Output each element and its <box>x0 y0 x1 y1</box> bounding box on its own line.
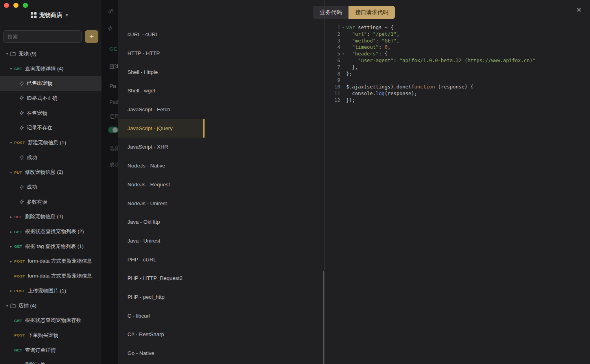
code-editor[interactable]: 1▾var settings = {2 "url": "/pet/1",3 "m… <box>324 24 590 364</box>
tree-row-label: 删除订单 <box>25 361 45 364</box>
caret-right-icon[interactable]: ▸ <box>8 230 14 234</box>
code-line: 6 "user-agent": "apifox/1.0.0-beta.32 (h… <box>324 57 590 64</box>
tab-api-request-code[interactable]: 接口请求代码 <box>348 6 395 19</box>
language-item[interactable]: Shell - wget <box>118 81 205 100</box>
code-token: 0 <box>385 44 388 51</box>
language-item[interactable]: PHP - cURL <box>118 250 205 269</box>
language-item[interactable]: Go - Native <box>118 344 205 363</box>
traffic-minimize-button[interactable] <box>13 3 18 8</box>
scrollbar-thumb[interactable] <box>323 271 324 364</box>
tree-row-api[interactable]: ▸DEL删除宠物信息 (1) <box>0 210 101 224</box>
code-token: : <box>379 44 385 51</box>
tree-row-label: 根据状态查询宠物库存数 <box>25 317 81 324</box>
caret-right-icon[interactable]: ▸ <box>8 244 14 248</box>
codegen-modal: 业务代码接口请求代码 ✕ cURL - cURLHTTP - HTTPShell… <box>118 0 590 364</box>
workspace-switcher[interactable]: 宠物商店 ▼ <box>31 11 69 19</box>
search-input[interactable] <box>3 30 82 43</box>
tree-row-label: 成功 <box>27 184 37 191</box>
case-bolt-icon <box>20 81 24 86</box>
language-item[interactable]: JavaScript - Fetch <box>118 100 205 119</box>
tree-row-label: form-data 方式更新宠物信息 <box>28 257 92 265</box>
tree-row-folder[interactable]: ▾宠物 (9) <box>0 46 101 61</box>
tree-row-case[interactable]: 在售宠物 <box>0 106 101 121</box>
code-token: "url" <box>346 31 367 38</box>
language-item[interactable]: NodeJs - Request <box>118 175 205 194</box>
caret-right-icon[interactable]: ▸ <box>8 259 14 263</box>
caret-down-icon[interactable]: ▾ <box>8 140 14 145</box>
close-icon[interactable]: ✕ <box>576 7 582 13</box>
caret-down-icon[interactable]: ▾ <box>4 51 10 56</box>
tab-business-code[interactable]: 业务代码 <box>313 6 348 19</box>
caret-down-icon[interactable]: ▾ <box>4 303 10 308</box>
tree-row-api[interactable]: ▸POSTform-data 方式更新宠物信息 <box>0 254 101 269</box>
tree-row-api[interactable]: POST下单购买宠物 <box>0 328 101 343</box>
tree-row-api[interactable]: ▸GET根据状态查找宠物列表 (2) <box>0 224 101 239</box>
add-button[interactable]: + <box>85 30 98 43</box>
language-item[interactable]: PHP - HTTP_Request2 <box>118 269 205 288</box>
fold-spacer <box>340 71 346 77</box>
language-item[interactable]: NodeJs - Native <box>118 156 205 175</box>
tree-row-label: 修改宠物信息 (2) <box>25 169 63 176</box>
tree-row-api[interactable]: ▾PUT修改宠物信息 (2) <box>0 165 101 180</box>
language-item[interactable]: Shell - Httpie <box>118 63 205 81</box>
caret-down-icon[interactable]: ▾ <box>8 66 14 71</box>
tree-row-api[interactable]: ▾GET查询宠物详情 (4) <box>0 61 101 76</box>
tree-row-label: 新建宠物信息 (1) <box>28 139 66 146</box>
language-item[interactable]: NodeJs - Unirest <box>118 194 205 213</box>
language-item[interactable]: Java - Unirest <box>118 232 205 250</box>
language-item[interactable]: C# - RestSharp <box>118 325 205 344</box>
language-item[interactable]: C - libcurl <box>118 306 205 325</box>
tree-row-api[interactable]: DEL删除订单 <box>0 357 101 364</box>
modal-backdrop[interactable] <box>101 0 118 364</box>
tree-row-case[interactable]: ID格式不正确 <box>0 91 101 106</box>
tree-row-api[interactable]: POSTform-data 方式更新宠物信息 <box>0 268 101 283</box>
tree-row-case[interactable]: 参数有误 <box>0 195 101 210</box>
code-token: (response); <box>385 90 417 97</box>
tree-row-case[interactable]: 已售出宠物 <box>0 76 101 91</box>
code-token: log <box>376 90 385 97</box>
caret-right-icon[interactable]: ▸ <box>8 215 14 219</box>
tree-row-case[interactable]: 成功 <box>0 180 101 195</box>
code-line: 8}; <box>324 71 590 77</box>
tree-row-api[interactable]: GET根据状态查询宠物库存数 <box>0 313 101 328</box>
language-item[interactable]: JavaScript - jQuery <box>118 119 205 138</box>
traffic-zoom-button[interactable] <box>23 3 28 8</box>
language-item[interactable]: HTTP - HTTP <box>118 44 205 63</box>
line-number: 2 <box>324 31 340 38</box>
tree-row-label: 记录不存在 <box>27 124 52 131</box>
tree-row-case[interactable]: 成功 <box>0 150 101 165</box>
tree-row-api[interactable]: GET查询订单详情 <box>0 343 101 358</box>
code-token: function <box>411 84 435 90</box>
language-item[interactable]: PHP - pecl_http <box>118 288 205 307</box>
code-line: 7 }, <box>324 64 590 71</box>
fold-spacer <box>340 90 346 97</box>
traffic-close-button[interactable] <box>4 3 9 8</box>
sidebar: 宠物商店 ▼ + ▾宠物 (9)▾GET查询宠物详情 (4)已售出宠物ID格式不… <box>0 0 101 364</box>
caret-right-icon[interactable]: ▸ <box>8 289 14 293</box>
window-controls <box>4 3 28 8</box>
folder-icon <box>10 51 16 56</box>
tree-row-api[interactable]: ▸POST上传宠物图片 (1) <box>0 283 101 298</box>
fold-caret-icon[interactable]: ▾ <box>340 51 346 57</box>
codegen-tabs: 业务代码接口请求代码 <box>118 6 590 19</box>
line-number: 1 <box>324 24 340 31</box>
language-item[interactable]: cURL - cURL <box>118 25 205 44</box>
caret-down-icon[interactable]: ▾ <box>8 170 14 175</box>
code-line: 12}); <box>324 97 590 104</box>
case-bolt-icon <box>20 125 24 131</box>
language-item[interactable]: Java - OkHttp <box>118 213 205 232</box>
fold-caret-icon[interactable]: ▾ <box>340 24 346 31</box>
code-line: 5▾ "headers": { <box>324 51 590 57</box>
tree-row-api[interactable]: ▾POST新建宠物信息 (1) <box>0 135 101 150</box>
fold-spacer <box>340 44 346 51</box>
tree-row-api[interactable]: ▸GET根据 tag 查找宠物列表 (1) <box>0 239 101 254</box>
line-number: 4 <box>324 44 340 51</box>
code-line: 10$.ajax(settings).done(function (respon… <box>324 84 590 90</box>
code-token: : { <box>379 51 388 57</box>
tree-row-case[interactable]: 记录不存在 <box>0 120 101 135</box>
line-number: 10 <box>324 84 340 90</box>
tree-row-label: ID格式不正确 <box>27 95 57 102</box>
language-item[interactable]: JavaScript - XHR <box>118 138 205 156</box>
tree-row-folder[interactable]: ▾店铺 (4) <box>0 298 101 313</box>
code-token: "apifox/1.0.0-beta.32 (https://www.apifo… <box>399 57 535 64</box>
